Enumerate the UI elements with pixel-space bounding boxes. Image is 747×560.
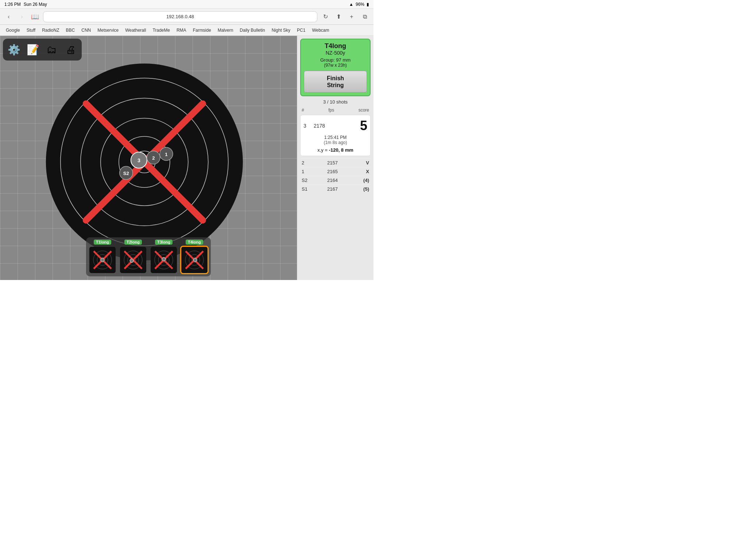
target-distance: NZ-500y bbox=[304, 50, 367, 56]
bookmark-rma[interactable]: RMA bbox=[174, 27, 189, 34]
bookmark-malvern[interactable]: Malvern bbox=[215, 27, 236, 34]
shot-thumbnails: T1long bbox=[86, 237, 211, 276]
browser-chrome: ‹ › 📖 192.168.0.48 ↻ ⬆ + ⧉ bbox=[0, 9, 374, 25]
bookmark-daily-bulletin[interactable]: Daily Bulletin bbox=[237, 27, 268, 34]
bookmark-bbc[interactable]: BBC bbox=[63, 27, 78, 34]
thumb-t2long-img bbox=[120, 247, 146, 273]
shots-header: # fps score bbox=[300, 108, 371, 113]
status-right: ▲ 96% ▮ bbox=[349, 2, 369, 7]
battery-icon: ▮ bbox=[367, 2, 369, 7]
history-fps: 2165 bbox=[310, 169, 355, 174]
history-fps: 2164 bbox=[310, 178, 355, 183]
thumb-t2long[interactable]: T2long bbox=[119, 240, 147, 274]
bookmark-farmside[interactable]: Farmside bbox=[190, 27, 214, 34]
tabs-button[interactable]: ⧉ bbox=[360, 12, 370, 22]
thumb-t4long-img bbox=[181, 247, 208, 273]
target-name: T4long bbox=[304, 42, 367, 50]
status-date: Sun 26 May bbox=[24, 2, 47, 7]
bookmark-webcam[interactable]: Webcam bbox=[309, 27, 332, 34]
svg-point-43 bbox=[193, 258, 197, 262]
thumb-t3long-border bbox=[150, 246, 178, 274]
thumb-t3long[interactable]: T3long bbox=[150, 240, 178, 274]
history-fps: 2157 bbox=[310, 160, 355, 166]
status-left: 1:26 PM Sun 26 May bbox=[4, 2, 47, 7]
bookmark-night-sky[interactable]: Night Sky bbox=[269, 27, 293, 34]
bookmarks-button[interactable]: 📖 bbox=[30, 12, 40, 22]
new-tab-button[interactable]: + bbox=[347, 12, 357, 22]
group-info: Group: 97 mm bbox=[304, 57, 367, 63]
history-num: S1 bbox=[302, 186, 310, 192]
url-text: 192.168.0.48 bbox=[166, 14, 194, 19]
bookmark-stuff[interactable]: Stuff bbox=[24, 27, 38, 34]
history-fps: 2167 bbox=[310, 186, 355, 192]
bookmark-cnn[interactable]: CNN bbox=[78, 27, 94, 34]
reload-button[interactable]: ↻ bbox=[320, 12, 330, 22]
current-shot-score: 5 bbox=[360, 118, 367, 133]
history-num: S2 bbox=[302, 178, 310, 183]
svg-point-36 bbox=[162, 257, 166, 261]
back-button[interactable]: ‹ bbox=[4, 12, 14, 22]
current-shot-ago: (1m 8s ago) bbox=[303, 140, 367, 145]
toolbar-overlay: ⚙️ 📝 🗂 🖨 bbox=[3, 39, 82, 61]
notes-button[interactable]: 📝 bbox=[25, 42, 41, 58]
header-score: score bbox=[359, 108, 369, 113]
svg-point-22 bbox=[101, 258, 104, 262]
bookmark-trademe[interactable]: TradeMe bbox=[150, 27, 173, 34]
history-table: 2 2157 V 1 2165 X S2 2164 (4) S1 2167 (5… bbox=[300, 158, 371, 193]
bookmark-pc1[interactable]: PC1 bbox=[294, 27, 308, 34]
history-row: 1 2165 X bbox=[300, 167, 371, 176]
bookmark-metservice[interactable]: Metservice bbox=[94, 27, 121, 34]
thumb-t1long-img bbox=[89, 247, 116, 273]
thumb-t1long-border bbox=[88, 246, 117, 274]
current-shot-fps: 2178 bbox=[314, 123, 357, 129]
battery-percent: 96% bbox=[356, 2, 364, 7]
settings-button[interactable]: ⚙️ bbox=[6, 42, 22, 58]
share-button[interactable]: ⬆ bbox=[333, 12, 344, 22]
history-score: (4) bbox=[355, 178, 369, 183]
right-panel: T4long NZ-500y Group: 97 mm (97w x 23h) … bbox=[297, 36, 374, 280]
bookmark-weatherall[interactable]: Weatherall bbox=[122, 27, 149, 34]
bookmark-google[interactable]: Google bbox=[3, 27, 23, 34]
svg-text:3: 3 bbox=[138, 158, 140, 163]
target-container: S2 3 2 1 bbox=[42, 60, 247, 264]
finish-string-button[interactable]: FinishString bbox=[304, 71, 367, 93]
thumb-t4long[interactable]: T4long bbox=[180, 240, 209, 274]
browser-actions: ↻ ⬆ + ⧉ bbox=[320, 12, 370, 22]
current-shot-xy: x,y = -120, 8 mm bbox=[303, 147, 367, 153]
target-area[interactable]: ⚙️ 📝 🗂 🖨 S2 bbox=[0, 36, 297, 280]
wifi-icon: ▲ bbox=[349, 2, 353, 7]
history-row: S1 2167 (5) bbox=[300, 184, 371, 193]
forward-button[interactable]: › bbox=[17, 12, 27, 22]
thumb-t4long-border bbox=[180, 246, 209, 274]
xy-value: -120, 8 mm bbox=[329, 147, 353, 153]
bookmark-radionz[interactable]: RadioNZ bbox=[39, 27, 62, 34]
history-row: S2 2164 (4) bbox=[300, 176, 371, 184]
thumb-t3long-label: T3long bbox=[155, 240, 173, 245]
files-button[interactable]: 🗂 bbox=[44, 42, 60, 58]
group-detail: (97w x 23h) bbox=[304, 63, 367, 68]
thumb-t2long-label: T2long bbox=[124, 240, 142, 245]
xy-label: x,y = bbox=[317, 147, 328, 153]
thumb-t1long[interactable]: T1long bbox=[88, 240, 117, 274]
current-shot-time: 1:25:41 PM bbox=[303, 135, 367, 140]
thumb-t3long-img bbox=[151, 247, 177, 273]
thumb-t4long-label: T4long bbox=[186, 240, 203, 245]
history-num: 2 bbox=[302, 160, 310, 166]
history-score: X bbox=[355, 169, 369, 174]
shot-row-main: 3 2178 5 bbox=[303, 118, 367, 133]
thumb-t1long-label: T1long bbox=[94, 240, 111, 245]
history-num: 1 bbox=[302, 169, 310, 174]
print-button[interactable]: 🖨 bbox=[63, 42, 79, 58]
address-bar[interactable]: 192.168.0.48 bbox=[43, 11, 317, 22]
svg-point-29 bbox=[130, 259, 133, 262]
main-content: ⚙️ 📝 🗂 🖨 S2 bbox=[0, 36, 374, 280]
header-fps: fps bbox=[328, 108, 334, 113]
bookmarks-bar: Google Stuff RadioNZ BBC CNN Metservice … bbox=[0, 25, 374, 36]
status-bar: 1:26 PM Sun 26 May ▲ 96% ▮ bbox=[0, 0, 374, 9]
target-info-card: T4long NZ-500y Group: 97 mm (97w x 23h) … bbox=[300, 39, 371, 96]
header-num: # bbox=[302, 108, 304, 113]
current-shot-card: 3 2178 5 1:25:41 PM (1m 8s ago) x,y = -1… bbox=[300, 115, 371, 156]
status-time: 1:26 PM bbox=[4, 2, 21, 7]
history-row: 2 2157 V bbox=[300, 158, 371, 167]
svg-text:2: 2 bbox=[152, 155, 155, 161]
